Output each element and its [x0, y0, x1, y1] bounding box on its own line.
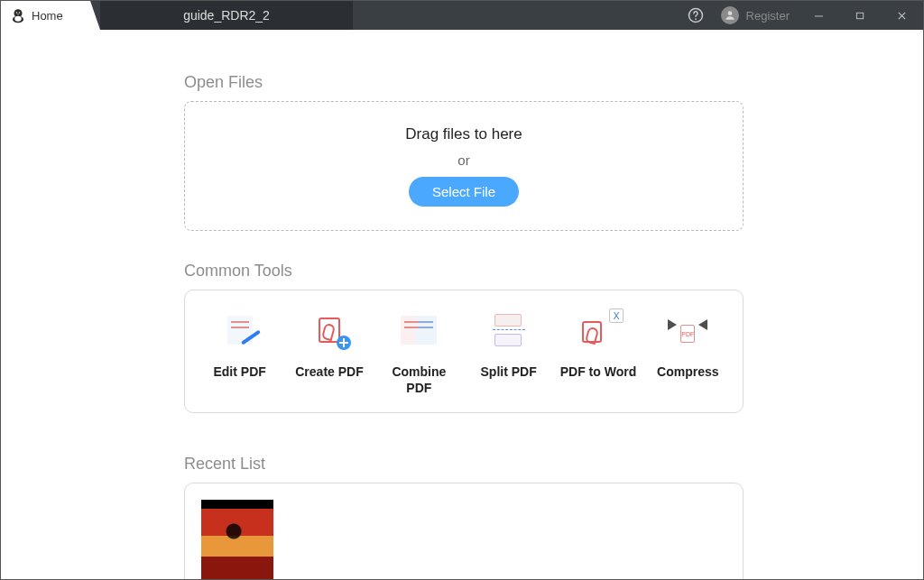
common-tools-title: Common Tools [184, 262, 833, 281]
common-tools-box: Edit PDF Create PDF Combine PD [184, 290, 744, 413]
tool-pdf-to-word[interactable]: X PDF to Word [559, 312, 636, 396]
svg-point-7 [695, 18, 697, 20]
combine-pdf-icon [399, 312, 439, 348]
tool-edit-pdf[interactable]: Edit PDF [201, 312, 278, 396]
tool-label: Split PDF [481, 364, 537, 381]
svg-point-4 [19, 12, 21, 14]
tool-create-pdf[interactable]: Create PDF [291, 312, 367, 396]
tool-label: Edit PDF [213, 364, 265, 381]
compress-icon: PDF [668, 312, 707, 348]
app-window: Home guide_RDR2_2 Register [0, 0, 924, 580]
avatar-icon [721, 6, 739, 24]
tab-document-label: guide_RDR2_2 [183, 8, 270, 23]
tool-label: Combine PDF [381, 364, 457, 396]
help-icon[interactable] [687, 6, 705, 24]
tool-compress[interactable]: PDF Compress [650, 312, 726, 396]
svg-point-2 [14, 16, 22, 22]
window-maximize-button[interactable] [847, 1, 873, 30]
titlebar: Home guide_RDR2_2 Register [1, 1, 923, 30]
tool-label: PDF to Word [560, 364, 637, 381]
select-file-button[interactable]: Select File [409, 177, 519, 207]
app-logo-icon [10, 7, 26, 23]
window-close-button[interactable] [889, 1, 914, 30]
register-button[interactable]: Register [721, 6, 790, 24]
tab-home-label: Home [32, 9, 63, 23]
tool-split-pdf[interactable]: Split PDF [470, 312, 547, 396]
register-label: Register [746, 9, 790, 23]
recent-list-title: Recent List [184, 455, 833, 474]
pdf-to-word-icon: X [578, 312, 618, 348]
titlebar-right: Register [687, 1, 923, 30]
main-body: Open Files Drag files to here or Select … [1, 30, 923, 579]
edit-pdf-icon [220, 312, 260, 348]
svg-rect-10 [856, 13, 863, 18]
window-minimize-button[interactable] [806, 1, 831, 30]
tool-label: Compress [657, 364, 718, 381]
recent-item[interactable]: guide_RDR2_2 [201, 500, 282, 579]
open-files-title: Open Files [184, 73, 833, 92]
split-pdf-icon [489, 312, 529, 348]
recent-thumbnail [201, 500, 273, 579]
or-text: or [457, 152, 469, 168]
svg-rect-9 [814, 15, 822, 16]
tab-document[interactable]: guide_RDR2_2 [100, 1, 353, 30]
recent-list-box: guide_RDR2_2 [184, 483, 744, 579]
tool-label: Create PDF [295, 364, 363, 381]
tab-home[interactable]: Home [1, 1, 100, 30]
create-pdf-icon [310, 312, 349, 348]
tool-combine-pdf[interactable]: Combine PDF [381, 312, 457, 396]
drag-text: Drag files to here [405, 125, 522, 143]
svg-point-3 [16, 12, 18, 14]
svg-point-8 [727, 11, 732, 15]
open-files-dropzone[interactable]: Drag files to here or Select File [184, 101, 744, 231]
